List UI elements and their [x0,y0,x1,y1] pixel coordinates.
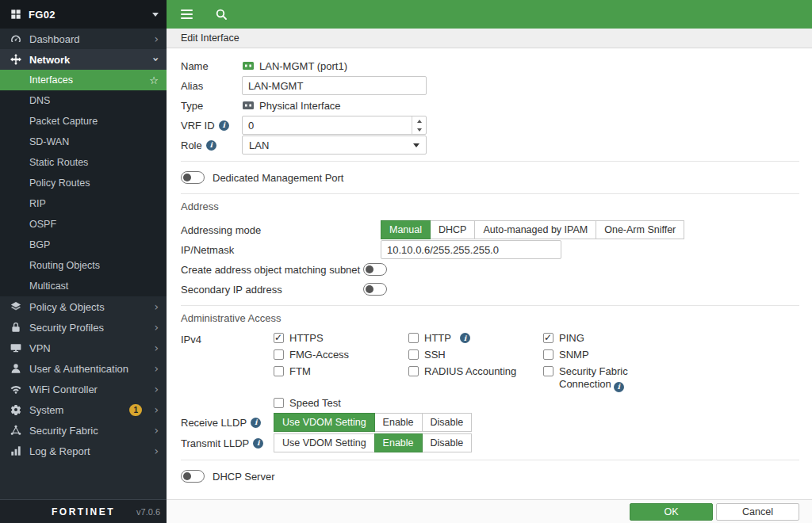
receive-lldp-enable-button[interactable]: Enable [374,413,423,432]
info-icon[interactable] [206,140,216,151]
info-icon[interactable] [219,120,229,131]
info-icon[interactable] [614,382,624,392]
name-label: Name [181,60,242,72]
receive-lldp-row: Receive LLDP Use VDOM Setting Enable Dis… [181,412,799,433]
chevron-right-icon: › [154,445,159,456]
addressing-manual-button[interactable]: Manual [381,220,431,239]
stepper-down-button[interactable] [412,125,426,134]
dhcp-server-toggle[interactable] [181,470,205,483]
sidebar-item-routing-objects[interactable]: Routing Objects [0,255,167,276]
field-type: Type Physical Interface [181,96,799,115]
sidebar-item-rip[interactable]: RIP [0,193,167,214]
transmit-lldp-enable-button[interactable]: Enable [374,433,423,452]
fortinet-logo: FORTINET [52,506,115,517]
checkbox-ssh[interactable]: SSH [408,349,543,361]
checkbox-fmg-access[interactable]: FMG-Access [274,349,408,361]
sidebar-item-bgp[interactable]: BGP [0,235,167,255]
sidebar-item-vpn[interactable]: VPN › [0,338,167,358]
sidebar-item-sd-wan[interactable]: SD-WAN [0,132,167,152]
sidebar-item-log-report[interactable]: Log & Report › [0,441,167,461]
type-value: Physical Interface [259,100,341,112]
interface-port-icon [242,60,255,71]
sidebar-item-packet-capture[interactable]: Packet Capture [0,111,167,132]
https-checkbox[interactable] [274,333,284,343]
ssh-checkbox[interactable] [408,349,419,360]
role-label: Role [181,139,242,151]
edit-interface-form: Name LAN-MGMT (port1) Alias Type Physica… [167,48,812,499]
sidebar-item-security-fabric[interactable]: Security Fabric › [0,420,167,441]
chevron-down-icon [413,143,419,147]
vrf-id-input[interactable]: 0 [242,116,427,135]
sidebar-item-security-profiles[interactable]: Security Profiles › [0,317,167,338]
receive-lldp-label: Receive LLDP [181,417,274,429]
alias-label: Alias [181,80,242,92]
network-submenu: Interfaces ☆ DNS Packet Capture SD-WAN S… [0,70,167,296]
system-notification-badge: 1 [129,404,142,416]
receive-lldp-use-vdom-button[interactable]: Use VDOM Setting [274,413,375,432]
ftm-checkbox[interactable] [274,366,284,376]
checkbox-ping[interactable]: PING [543,332,702,344]
speed-test-checkbox[interactable] [274,398,284,408]
star-icon[interactable]: ☆ [149,74,159,86]
info-icon[interactable] [251,418,261,428]
sidebar-item-system[interactable]: System 1 › [0,399,167,420]
security-fabric-connection-checkbox[interactable] [543,366,553,376]
addressing-sniffer-button[interactable]: One-Arm Sniffer [596,220,684,239]
transmit-lldp-use-vdom-button[interactable]: Use VDOM Setting [274,433,375,452]
sidebar-item-interfaces[interactable]: Interfaces ☆ [0,70,167,90]
info-icon[interactable] [253,438,263,449]
http-checkbox[interactable] [408,333,419,343]
sidebar-item-multicast[interactable]: Multicast [0,276,167,296]
sidebar-item-user-authentication[interactable]: User & Authentication › [0,358,167,379]
ip-netmask-input[interactable] [381,240,561,259]
dedicated-mgmt-toggle[interactable] [181,171,205,184]
field-secondary-ip: Secondary IP address [181,280,799,299]
field-addressing-mode: Addressing mode Manual DHCP Auto-managed… [181,220,799,239]
ipv4-access-block: IPv4 HTTPS HTTP PING [181,332,799,409]
receive-lldp-disable-button[interactable]: Disable [422,413,473,432]
checkbox-security-fabric-connection[interactable]: Security Fabric Connection [543,365,702,392]
fmg-access-checkbox[interactable] [274,349,284,360]
checkbox-http[interactable]: HTTP [408,332,543,344]
ping-checkbox[interactable] [543,333,553,343]
addressing-ipam-button[interactable]: Auto-managed by IPAM [474,220,596,239]
secondary-ip-toggle[interactable] [363,283,387,296]
menu-icon[interactable] [178,6,195,23]
chevron-right-icon: › [154,404,159,415]
sidebar-item-policy-routes[interactable]: Policy Routes [0,173,167,193]
alias-input[interactable] [242,76,427,95]
chevron-down-icon [152,13,159,17]
ok-button[interactable]: OK [630,503,713,521]
info-icon[interactable] [460,333,470,343]
sidebar-item-static-routes[interactable]: Static Routes [0,152,167,173]
snmp-checkbox[interactable] [543,349,553,360]
stepper-up-button[interactable] [412,116,426,125]
checkbox-speed-test[interactable]: Speed Test [274,397,408,409]
checkbox-https[interactable]: HTTPS [274,332,408,344]
sidebar-item-wifi-controller[interactable]: WiFi Controller › [0,379,167,399]
cancel-button[interactable]: Cancel [716,503,799,521]
search-icon[interactable] [213,6,230,23]
chevron-right-icon: › [154,33,159,44]
sidebar-item-network[interactable]: Network › [0,49,167,70]
checkbox-snmp[interactable]: SNMP [543,349,702,361]
transmit-lldp-options: Use VDOM Setting Enable Disable [274,433,472,452]
role-select[interactable]: LAN [242,136,427,155]
sidebar-item-dns[interactable]: DNS [0,90,167,111]
device-grid-icon [10,8,22,21]
checkbox-radius-accounting[interactable]: RADIUS Accounting [408,365,543,377]
create-address-object-toggle[interactable] [363,263,387,276]
gear-icon [10,403,22,416]
radius-accounting-checkbox[interactable] [408,366,419,376]
field-alias: Alias [181,76,799,95]
sidebar-item-policy-objects[interactable]: Policy & Objects › [0,296,167,317]
sidebar-item-ospf[interactable]: OSPF [0,214,167,235]
addressing-dhcp-button[interactable]: DHCP [430,220,475,239]
form-actions: OK Cancel [167,499,812,523]
device-selector[interactable]: FG02 [0,0,167,29]
field-ip-netmask: IP/Netmask [181,240,799,259]
sidebar-item-dashboard[interactable]: Dashboard › [0,29,167,49]
transmit-lldp-disable-button[interactable]: Disable [422,433,473,452]
wifi-icon [10,383,22,395]
checkbox-ftm[interactable]: FTM [274,365,408,377]
